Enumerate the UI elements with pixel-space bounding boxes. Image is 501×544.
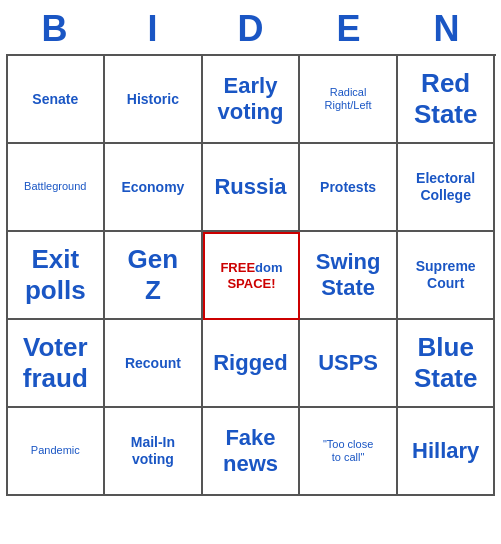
cell-mail-in-voting: Mail-Invoting <box>105 408 203 496</box>
cell-blue-state: BlueState <box>398 320 496 408</box>
cell-voter-fraud: Voterfraud <box>8 320 106 408</box>
cell-red-state: RedState <box>398 56 496 144</box>
bingo-grid: Senate Historic Earlyvoting RadicalRight… <box>6 54 496 496</box>
cell-protests: Protests <box>300 144 398 232</box>
bingo-header: B I D E N <box>6 8 496 50</box>
cell-too-close: "Too closeto call" <box>300 408 398 496</box>
cell-hillary: Hillary <box>398 408 496 496</box>
cell-electoral-college: ElectoralCollege <box>398 144 496 232</box>
cell-gen-z: GenZ <box>105 232 203 320</box>
cell-economy: Economy <box>105 144 203 232</box>
cell-early-voting: Earlyvoting <box>203 56 301 144</box>
cell-fake-news: Fakenews <box>203 408 301 496</box>
cell-battleground: Battleground <box>8 144 106 232</box>
cell-historic: Historic <box>105 56 203 144</box>
cell-exit-polls: Exitpolls <box>8 232 106 320</box>
cell-swing-state: SwingState <box>300 232 398 320</box>
cell-radical: RadicalRight/Left <box>300 56 398 144</box>
cell-russia: Russia <box>203 144 301 232</box>
header-n: N <box>403 8 491 50</box>
header-e: E <box>305 8 393 50</box>
cell-usps: USPS <box>300 320 398 408</box>
cell-recount: Recount <box>105 320 203 408</box>
cell-pandemic: Pandemic <box>8 408 106 496</box>
header-i: I <box>109 8 197 50</box>
cell-free-space: FREEdom SPACE! <box>203 232 301 320</box>
header-d: D <box>207 8 295 50</box>
cell-supreme-court: SupremeCourt <box>398 232 496 320</box>
cell-rigged: Rigged <box>203 320 301 408</box>
header-b: B <box>11 8 99 50</box>
bingo-card: B I D E N Senate Historic Earlyvoting Ra… <box>6 8 496 496</box>
cell-senate: Senate <box>8 56 106 144</box>
